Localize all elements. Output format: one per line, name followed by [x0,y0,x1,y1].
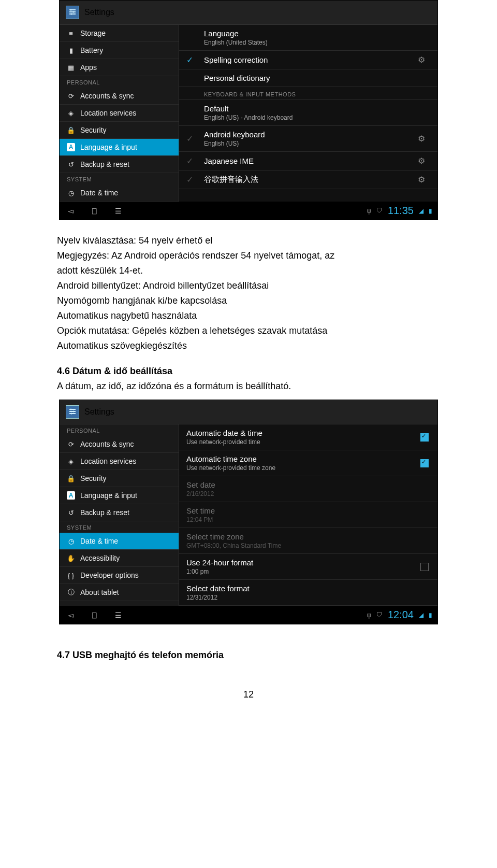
settings-slider-icon[interactable]: ⚙ [418,156,430,166]
sidebar-item[interactable]: ✋Accessibility [60,550,179,567]
settings-row[interactable]: Select date format12/31/2012 [179,580,437,606]
sidebar-item[interactable]: { }Developer options [60,567,179,584]
sidebar-item-label: Location services [80,109,136,117]
sidebar-item[interactable]: ≡Storage [60,25,179,42]
check-icon: ✓ [186,134,198,144]
settings-icon [66,405,79,419]
settings-row[interactable]: DefaultEnglish (US) - Android keyboard [179,100,437,126]
sidebar-item[interactable]: ↺Backup & reset [60,504,179,521]
settings-titlebar: Settings [60,1,437,25]
location-icon: ◈ [67,457,75,465]
back-button[interactable]: ◅ [65,611,76,619]
debug-icon: ⛉ [376,611,383,619]
sidebar-item-label: Battery [80,46,103,54]
doc-line: Nyomógomb hangjának ki/be kapcsolása [57,294,440,308]
sidebar-item[interactable]: ALanguage & input [60,139,179,156]
settings-row[interactable]: Personal dictionary [179,69,437,87]
language-icon: A [67,491,75,500]
svg-rect-0 [69,11,76,12]
settings-row[interactable]: Use 24-hour format1:00 pm [179,554,437,580]
settings-row[interactable]: ✓Android keyboardEnglish (US)⚙ [179,126,437,152]
sidebar-item[interactable]: ◈Location services [60,105,179,122]
sidebar-item-label: Accessibility [80,554,120,562]
sync-icon: ⟳ [67,92,75,100]
svg-point-5 [71,13,72,15]
recent-button[interactable]: ☰ [112,207,124,215]
settings-slider-icon[interactable]: ⚙ [418,55,430,65]
doc-line: Opciók mutatása: Gépelés közben a lehets… [57,324,440,338]
status-clock: 11:35 [388,205,414,217]
sidebar-item[interactable]: ◈Location services [60,453,179,470]
section-4-6-title: 4.6 Dátum & idő beállítása [57,364,440,378]
home-button[interactable]: ⎕ [89,207,100,215]
row-title: Default [204,104,430,113]
doc-line: Megjegyzés: Az Android operációs rendsze… [57,249,440,263]
checkbox[interactable] [419,433,430,442]
sidebar-item[interactable]: ↺Backup & reset [60,156,179,173]
clock-icon: ◷ [67,537,75,545]
sidebar-item[interactable]: ▦Apps [60,59,179,76]
settings-row[interactable]: ✓Japanese IME⚙ [179,152,437,170]
sidebar-item-label: Location services [80,457,136,465]
settings-row[interactable]: Automatic time zoneUse network-provided … [179,450,437,476]
row-title: Automatic time zone [186,454,413,463]
row-subtitle: 2/16/2012 [186,490,430,497]
sidebar-item[interactable]: ▮Battery [60,42,179,59]
sidebar-item-label: Accounts & sync [80,440,134,448]
doc-line: adott készülék 14-et. [57,264,440,278]
sidebar-item[interactable]: ◷Date & time [60,533,179,550]
svg-point-11 [71,413,72,415]
settings-row: Select time zoneGMT+08:00, China Standar… [179,528,437,554]
checkbox[interactable] [419,563,430,571]
row-title: Japanese IME [204,156,412,165]
svg-point-4 [73,11,75,13]
row-title: Set time [186,506,430,515]
row-title: Spelling correction [204,55,412,64]
row-subtitle: 12:04 PM [186,516,430,523]
status-clock: 12:04 [388,609,414,621]
section-4-7-title: 4.7 USB meghajtó és telefon memória [57,648,440,662]
row-title: Personal dictionary [204,74,430,82]
sidebar-item[interactable]: ⟳Accounts & sync [60,88,179,105]
settings-slider-icon[interactable]: ⚙ [418,175,430,184]
sidebar-item[interactable]: ⟳Accounts & sync [60,436,179,453]
settings-row[interactable]: ✓谷歌拼音输入法⚙ [179,170,437,189]
recent-button[interactable]: ☰ [112,611,124,619]
row-subtitle: Use network-provided time [186,438,413,446]
doc-line: Nyelv kiválasztása: 54 nyelv érhető el [57,234,440,248]
check-icon: ✓ [186,156,198,166]
row-title: Use 24-hour format [186,558,413,567]
sidebar-item-label: About tablet [80,588,119,596]
home-button[interactable]: ⎕ [89,611,100,619]
usb-icon: ψ [367,611,371,619]
checkbox[interactable] [419,459,430,467]
content-panel: Automatic date & timeUse network-provide… [179,424,437,606]
settings-row[interactable]: ✓Spelling correction⚙ [179,51,437,69]
content-section-header: KEYBOARD & INPUT METHODS [179,87,437,100]
sidebar-item[interactable]: 🔒Security [60,122,179,139]
system-navbar: ◅ ⎕ ☰ ψ ⛉ 11:35 ◢ ▮ [60,202,437,220]
apps-icon: ▦ [67,63,75,72]
language-icon: A [67,143,75,151]
svg-point-9 [70,409,72,410]
usb-icon: ψ [367,207,371,215]
sidebar-item[interactable]: 🔒Security [60,470,179,487]
sidebar-item-label: Language & input [80,491,137,500]
back-button[interactable]: ◅ [65,207,76,215]
settings-row[interactable]: LanguageEnglish (United States) [179,25,437,51]
storage-icon: ≡ [67,29,75,37]
sidebar-section-header: SYSTEM [60,521,179,533]
sidebar-item-label: Date & time [80,537,118,545]
sidebar-item[interactable]: ⓘAbout tablet [60,584,179,601]
row-subtitle: English (United States) [204,39,430,46]
hand-icon: ✋ [67,554,75,562]
settings-slider-icon[interactable]: ⚙ [418,134,430,144]
battery-icon: ▮ [429,611,432,619]
sidebar-item[interactable]: ◷Date & time [60,184,179,202]
settings-row[interactable]: Automatic date & timeUse network-provide… [179,424,437,450]
sidebar-item-label: Security [80,126,107,134]
row-title: Set date [186,480,430,489]
sidebar-item[interactable]: ALanguage & input [60,487,179,504]
row-subtitle: 1:00 pm [186,568,413,575]
row-title: Select time zone [186,532,430,541]
